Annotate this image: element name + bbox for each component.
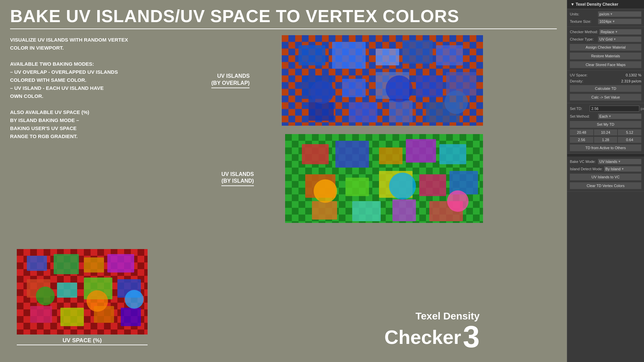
clear-face-maps-button[interactable]: Clear Stored Face Maps [570,61,641,68]
bake-vc-row: Bake VC Mode: UV Islands ▼ [567,158,644,165]
panel-divider [567,154,644,157]
svg-rect-60 [121,308,141,326]
set-td-input[interactable] [590,106,639,112]
brand-number: 3 [463,322,480,352]
svg-rect-31 [439,144,466,164]
bake-vc-select[interactable]: UV Islands ▼ [598,159,641,164]
units-section: Units: px/cm ▼ Texture Size: 1024px ▼ [567,9,644,27]
uv-island-image [285,134,483,223]
uv-space-row: UV Space: 0.1302 % [567,72,644,78]
calc-set-button[interactable]: Calc -> Set Value [570,94,641,101]
svg-rect-35 [419,174,446,196]
svg-rect-50 [54,254,79,274]
svg-rect-30 [406,139,436,163]
checker-method-label: Checker Method: [570,30,598,34]
uv-overlap-image [282,35,483,126]
td-values-grid-row2: 2.56 1.28 0.64 [567,136,644,143]
set-td-section: Set TD: px/cm Set Method: Each ▼ Set My … [567,103,644,154]
svg-rect-37 [312,201,337,220]
svg-rect-39 [392,199,416,221]
svg-rect-15 [309,102,334,121]
bake-vc-label: Bake VC Mode: [570,160,597,164]
td-value-2-56[interactable]: 2.56 [570,137,593,143]
svg-point-19 [310,80,334,104]
density-value: 2.319 px/cm [598,79,641,83]
td-active-to-others-button[interactable]: TD from Active to Others [570,144,641,151]
bake-vc-section: Bake VC Mode: UV Islands ▼ Island Detect… [567,157,644,192]
svg-rect-36 [449,171,478,194]
density-label: Density: [570,79,597,83]
uv-density-section: UV Space: 0.1302 % Density: 2.319 px/cm … [567,71,644,103]
set-td-unit: px/cm [641,107,644,111]
checker-method-select[interactable]: Replace ▼ [599,29,641,35]
svg-rect-57 [30,306,52,323]
uv-space-container: UV SPACE (%) [17,249,148,345]
svg-rect-38 [352,201,381,221]
svg-point-21 [444,90,468,114]
uv-overlap-label: UV ISLANDS(BY OVERLAP) [211,73,250,88]
units-select[interactable]: px/cm ▼ [598,11,641,17]
svg-point-42 [389,173,416,199]
td-value-5-12[interactable]: 5.12 [618,129,641,135]
main-content: BAKE UV ISLANDS/UV SPACE TO VERTEX COLOR… [0,0,567,362]
svg-rect-13 [416,75,443,97]
svg-rect-7 [376,49,399,65]
svg-rect-27 [302,144,329,164]
units-label: Units: [570,12,597,16]
brand-bottom: Checker [384,326,461,348]
checker-method-row: Checker Method: Replace ▼ [567,28,644,36]
svg-point-41 [314,179,337,203]
uv-space-label-panel: UV Space: [570,73,597,77]
svg-rect-58 [60,308,84,326]
svg-point-61 [36,287,55,305]
svg-rect-52 [107,254,134,273]
set-method-row: Set Method: Each ▼ [567,113,644,120]
calculate-td-button[interactable]: Calculate TD [570,85,641,92]
svg-point-20 [386,75,413,102]
uv-islands-to-vc-button[interactable]: UV Islands to VC [570,174,641,180]
td-value-10-24[interactable]: 10.24 [594,129,618,135]
svg-point-62 [87,290,108,312]
svg-rect-11 [342,79,366,97]
texture-size-select[interactable]: 1024px ▼ [598,19,641,24]
page-title: BAKE UV ISLANDS/UV SPACE TO VERTEX COLOR… [10,7,557,26]
set-td-label: Set TD: [570,107,588,111]
svg-rect-17 [389,101,413,122]
svg-rect-16 [349,102,377,122]
checker-section: Checker Method: Replace ▼ Checker Type: … [567,27,644,71]
td-values-grid-row1: 20.48 10.24 5.12 [567,129,644,136]
svg-rect-49 [27,256,47,271]
island-detect-select[interactable]: By Island ▼ [604,166,641,172]
svg-rect-28 [335,141,369,168]
title-divider [10,28,557,29]
td-value-0-64[interactable]: 0.64 [618,137,641,143]
units-arrow: ▼ [610,12,613,16]
set-td-row: Set TD: px/cm [567,105,644,113]
units-row: Units: px/cm ▼ [567,10,644,18]
set-method-select[interactable]: Each ▼ [598,114,641,119]
texture-size-arrow: ▼ [612,20,615,23]
branding: Texel Density Checker 3 [384,310,480,352]
uv-space-label: UV SPACE (%) [17,337,148,345]
set-method-label: Set Method: [570,114,597,118]
restore-materials-button[interactable]: Restore Materials [570,53,641,59]
panel-title: ▼ Texel Density Checker [567,0,644,9]
svg-rect-8 [402,40,433,64]
description-text: VISUALIZE UV ISLANDS WITH RANDOM VERTEX … [10,36,184,140]
island-detect-label: Island Detect Mode: [570,167,603,171]
td-value-1-28[interactable]: 1.28 [594,137,618,143]
svg-rect-29 [379,147,402,164]
set-my-td-button[interactable]: Set My TD [570,121,641,128]
checker-type-row: Checker Type: UV Grid ▼ [567,36,644,43]
assign-checker-button[interactable]: Assign Checker Material [570,44,641,51]
checker-type-label: Checker Type: [570,37,597,41]
uv-space-value: 0.1302 % [598,73,641,77]
td-value-20-48[interactable]: 20.48 [570,129,593,135]
svg-point-63 [125,290,144,309]
checker-type-select[interactable]: UV Grid ▼ [598,37,641,42]
svg-rect-6 [332,42,366,69]
texture-size-label: Texture Size: [570,19,597,23]
svg-rect-54 [57,283,77,298]
uv-overlap-container: UV ISLANDS(BY OVERLAP) [282,35,483,126]
clear-td-vertex-colors-button[interactable]: Clear TD Vertex Colors [570,182,641,189]
